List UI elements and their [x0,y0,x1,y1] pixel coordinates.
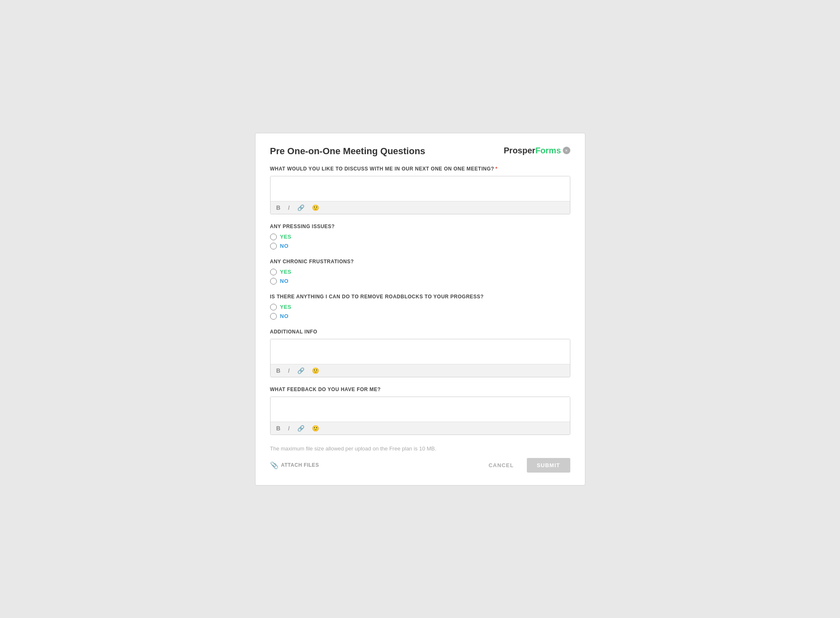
pressing-issues-no-label: NO [280,243,289,249]
additional-info-richtext-field: B I 🔗 🙂 [270,339,570,377]
additional-info-toolbar: B I 🔗 🙂 [271,364,570,377]
additional-info-italic-button[interactable]: I [286,367,291,374]
discuss-bold-button[interactable]: B [275,204,282,211]
field-pressing-issues: ANY PRESSING ISSUES? YES NO [270,224,570,249]
discuss-emoji-button[interactable]: 🙂 [310,204,321,211]
file-size-note: The maximum file size allowed per upload… [270,445,570,452]
chronic-frustrations-no-label: NO [280,278,289,284]
form-footer: The maximum file size allowed per upload… [270,445,570,473]
field-discuss: WHAT WOULD YOU LIKE TO DISCUSS WITH ME I… [270,166,570,214]
field-chronic-frustrations: ANY CHRONIC FRUSTRATIONS? YES NO [270,259,570,285]
form-container: Pre One-on-One Meeting Questions Prosper… [255,133,585,486]
additional-info-link-button[interactable]: 🔗 [296,367,306,374]
pressing-issues-yes-option: YES [270,234,570,240]
roadblocks-yes-label: YES [280,304,292,310]
feedback-richtext-field: B I 🔗 🙂 [270,397,570,435]
pressing-issues-yes-radio[interactable] [270,234,277,240]
attach-files-label: ATTACH FILES [281,462,319,468]
feedback-italic-button[interactable]: I [286,425,291,432]
required-star: * [495,166,498,172]
roadblocks-no-radio[interactable] [270,313,277,320]
form-title: Pre One-on-One Meeting Questions [270,146,426,157]
attach-files-button[interactable]: 📎 ATTACH FILES [270,461,319,469]
chronic-frustrations-yes-option: YES [270,269,570,275]
field-discuss-label: WHAT WOULD YOU LIKE TO DISCUSS WITH ME I… [270,166,570,172]
form-actions: 📎 ATTACH FILES CANCEL SUBMIT [270,458,570,473]
chronic-frustrations-yes-radio[interactable] [270,269,277,275]
cancel-button[interactable]: CANCEL [482,459,520,472]
brand-forms-text: Forms [535,146,561,155]
modal-overlay: Pre One-on-One Meeting Questions Prosper… [0,0,840,618]
chronic-frustrations-yes-label: YES [280,269,292,275]
action-buttons: CANCEL SUBMIT [482,458,570,473]
feedback-label: WHAT FEEDBACK DO YOU HAVE FOR ME? [270,387,570,392]
additional-info-emoji-button[interactable]: 🙂 [310,367,321,374]
discuss-italic-button[interactable]: I [286,204,291,211]
feedback-bold-button[interactable]: B [275,425,282,432]
field-roadblocks: IS THERE ANYTHING I CAN DO TO REMOVE ROA… [270,294,570,320]
feedback-link-button[interactable]: 🔗 [296,425,306,432]
roadblocks-no-option: NO [270,313,570,320]
form-header: Pre One-on-One Meeting Questions Prosper… [270,146,570,157]
field-feedback: WHAT FEEDBACK DO YOU HAVE FOR ME? B I 🔗 … [270,387,570,435]
field-additional-info: ADDITIONAL INFO B I 🔗 🙂 [270,329,570,377]
chronic-frustrations-no-option: NO [270,278,570,285]
chronic-frustrations-no-radio[interactable] [270,278,277,285]
roadblocks-yes-radio[interactable] [270,304,277,310]
submit-button[interactable]: SUBMIT [527,458,570,473]
chronic-frustrations-label: ANY CHRONIC FRUSTRATIONS? [270,259,570,264]
brand-prosper-text: Prosper [504,146,536,155]
close-button[interactable]: × [563,147,570,154]
paperclip-icon: 📎 [270,461,279,469]
additional-info-label: ADDITIONAL INFO [270,329,570,335]
pressing-issues-no-option: NO [270,243,570,249]
feedback-toolbar: B I 🔗 🙂 [271,422,570,435]
brand-logo: Prosper Forms × [504,146,570,155]
discuss-textarea[interactable] [271,176,570,199]
roadblocks-no-label: NO [280,313,289,319]
discuss-toolbar: B I 🔗 🙂 [271,201,570,214]
feedback-textarea[interactable] [271,397,570,420]
pressing-issues-yes-label: YES [280,234,292,240]
roadblocks-yes-option: YES [270,304,570,310]
discuss-richtext-field: B I 🔗 🙂 [270,176,570,214]
pressing-issues-label: ANY PRESSING ISSUES? [270,224,570,229]
feedback-emoji-button[interactable]: 🙂 [310,425,321,432]
roadblocks-label: IS THERE ANYTHING I CAN DO TO REMOVE ROA… [270,294,570,300]
pressing-issues-no-radio[interactable] [270,243,277,249]
additional-info-textarea[interactable] [271,339,570,362]
additional-info-bold-button[interactable]: B [275,367,282,374]
discuss-link-button[interactable]: 🔗 [296,204,306,211]
